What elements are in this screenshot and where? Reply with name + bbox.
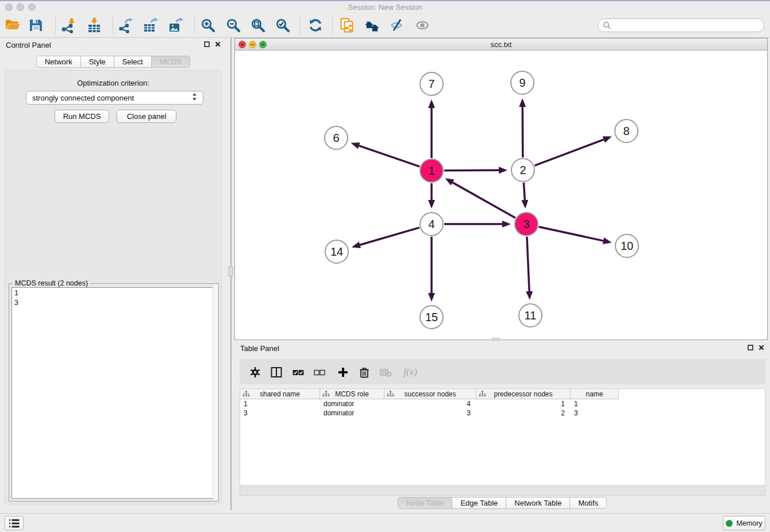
table-cell[interactable]: 1 — [476, 399, 571, 408]
zoom-fit-icon[interactable] — [249, 16, 267, 34]
graph-edge-1-7[interactable] — [428, 99, 435, 158]
criterion-label: Optimization criterion: — [5, 79, 221, 87]
column-header-name[interactable]: name — [571, 389, 619, 399]
svg-text:6: 6 — [333, 132, 339, 144]
column-header-mcds-role[interactable]: MCDS role — [320, 389, 384, 399]
graph-node-7[interactable]: 7 — [420, 72, 443, 95]
export-network-icon[interactable] — [116, 16, 134, 34]
export-table-icon[interactable] — [141, 16, 160, 34]
close-table-panel-icon[interactable] — [759, 345, 764, 350]
table-cell[interactable]: dominator — [320, 408, 384, 418]
settings-gear-icon[interactable] — [248, 365, 262, 379]
table-cell[interactable]: 3 — [571, 408, 619, 418]
refresh-layout-icon[interactable] — [306, 16, 325, 34]
network-graph-canvas[interactable]: 1234678910111415 — [235, 51, 767, 340]
zoom-selected-icon[interactable] — [274, 16, 292, 34]
hide-selected-icon[interactable] — [388, 16, 407, 34]
table-cell[interactable]: 3 — [384, 408, 476, 418]
column-header-successor-nodes[interactable]: successor nodes — [384, 389, 476, 399]
criterion-value: strongly connected component — [32, 94, 134, 102]
vertical-splitter-handle[interactable] — [228, 267, 233, 276]
table-cell[interactable]: 1 — [571, 399, 619, 408]
table-cell[interactable]: 4 — [384, 399, 476, 408]
graph-node-15[interactable]: 15 — [420, 306, 443, 329]
task-history-button[interactable] — [5, 516, 24, 530]
table-panel: Table Panel f(x) shared n — [234, 341, 770, 510]
main-toolbar — [0, 13, 770, 38]
graph-node-11[interactable]: 11 — [519, 304, 542, 327]
search-box[interactable] — [598, 18, 764, 32]
zoom-in-icon[interactable] — [199, 16, 217, 34]
graph-edge-4-3[interactable] — [444, 221, 511, 228]
graph-node-3[interactable]: 3 — [515, 213, 538, 236]
select-all-columns-icon[interactable] — [291, 365, 305, 379]
graph-edge-2-8[interactable] — [535, 136, 612, 165]
delete-column-icon[interactable] — [357, 365, 371, 379]
graph-edge-4-14[interactable] — [352, 228, 419, 248]
close-panel-icon[interactable] — [215, 41, 221, 47]
fx-label: f(x) — [403, 367, 417, 378]
tab-network[interactable]: Network — [36, 56, 81, 68]
split-view-icon[interactable] — [270, 365, 283, 379]
zoom-out-icon[interactable] — [224, 16, 242, 34]
close-panel-button[interactable]: Close panel — [117, 110, 176, 123]
memory-button[interactable]: Memory — [723, 516, 765, 530]
graph-node-4[interactable]: 4 — [420, 213, 443, 236]
graph-edge-2-9[interactable] — [519, 98, 526, 157]
tab-mcds[interactable]: MCDS — [152, 56, 190, 68]
column-header-shared-name[interactable]: shared name — [240, 389, 320, 399]
save-session-icon[interactable] — [26, 16, 45, 34]
function-builder-icon: f(x) — [401, 365, 420, 379]
graph-edge-3-11[interactable] — [526, 237, 533, 300]
svg-text:14: 14 — [330, 245, 343, 258]
import-network-icon[interactable] — [59, 16, 77, 34]
add-column-icon[interactable] — [336, 365, 350, 379]
tab-select[interactable]: Select — [114, 56, 152, 68]
graph-node-1[interactable]: 1 — [420, 159, 443, 182]
open-session-icon[interactable] — [3, 16, 22, 34]
table-tab-edge-table[interactable]: Edge Table — [452, 497, 506, 509]
table-cell[interactable]: 3 — [240, 408, 320, 418]
table-tab-node-table[interactable]: Node Table — [398, 497, 453, 509]
graph-edge-3-1[interactable] — [445, 178, 515, 218]
network-window-titlebar[interactable]: scc.txt — [235, 38, 767, 51]
graph-node-2[interactable]: 2 — [511, 159, 534, 182]
graph-edge-1-6[interactable] — [351, 142, 420, 167]
horizontal-splitter-handle[interactable] — [492, 338, 500, 341]
clone-network-icon[interactable] — [338, 16, 356, 34]
run-mcds-button[interactable]: Run MCDS — [55, 110, 109, 123]
result-scrollbar[interactable] — [213, 284, 218, 500]
graph-edge-1-4[interactable] — [428, 183, 435, 209]
search-input[interactable] — [614, 21, 764, 29]
graph-node-10[interactable]: 10 — [615, 234, 638, 257]
window-titlebar: Session: New Session — [0, 0, 770, 13]
mcds-result-text[interactable]: 1 3 — [11, 287, 216, 499]
graph-node-9[interactable]: 9 — [511, 71, 534, 94]
export-image-icon[interactable] — [167, 16, 185, 34]
table-tab-network-table[interactable]: Network Table — [506, 497, 570, 509]
graph-edge-4-15[interactable] — [428, 237, 435, 302]
select-stepper-icon — [192, 92, 197, 103]
graph-edge-2-3[interactable] — [521, 183, 528, 209]
graph-node-14[interactable]: 14 — [325, 240, 348, 263]
first-neighbors-icon[interactable] — [363, 16, 382, 34]
table-tab-motifs[interactable]: Motifs — [570, 497, 607, 509]
import-table-icon[interactable] — [85, 16, 103, 34]
memory-status-dot — [726, 520, 733, 527]
table-cell[interactable]: dominator — [320, 399, 384, 408]
float-panel-icon[interactable] — [204, 41, 210, 47]
table-cell[interactable]: 2 — [476, 408, 571, 418]
svg-text:11: 11 — [525, 309, 537, 322]
graph-node-6[interactable]: 6 — [325, 126, 348, 149]
graph-edge-1-2[interactable] — [444, 167, 507, 174]
float-table-panel-icon[interactable] — [748, 345, 753, 350]
tab-style[interactable]: Style — [81, 56, 114, 68]
criterion-select[interactable]: strongly connected component — [26, 91, 203, 105]
column-header-predecessor-nodes[interactable]: predecessor nodes — [476, 389, 571, 399]
deselect-all-columns-icon[interactable] — [313, 365, 326, 379]
toolbar-divider — [332, 17, 333, 34]
graph-node-8[interactable]: 8 — [615, 119, 638, 142]
control-panel-tabs: NetworkStyleSelectMCDS — [0, 56, 226, 68]
table-cell[interactable]: 1 — [240, 399, 320, 408]
graph-edge-3-10[interactable] — [538, 227, 611, 244]
